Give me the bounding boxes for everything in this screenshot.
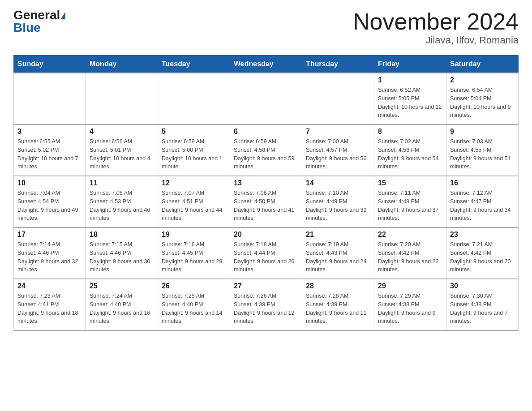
calendar-cell: 27Sunrise: 7:26 AMSunset: 4:39 PMDayligh… [230, 279, 302, 330]
logo-blue-text: Blue [13, 21, 41, 34]
day-number: 14 [306, 179, 370, 187]
calendar-cell: 26Sunrise: 7:25 AMSunset: 4:40 PMDayligh… [158, 279, 230, 330]
calendar-cell: 5Sunrise: 6:58 AMSunset: 5:00 PMDaylight… [158, 124, 230, 176]
day-number: 27 [234, 282, 298, 290]
day-header-sunday: Sunday [14, 56, 86, 73]
calendar-cell: 16Sunrise: 7:12 AMSunset: 4:47 PMDayligh… [446, 176, 519, 227]
day-number: 16 [450, 179, 515, 187]
calendar-cell: 7Sunrise: 7:00 AMSunset: 4:57 PMDaylight… [302, 124, 374, 176]
day-number: 8 [378, 128, 442, 136]
day-header-monday: Monday [86, 56, 158, 73]
calendar-cell: 3Sunrise: 6:55 AMSunset: 5:02 PMDaylight… [14, 124, 86, 176]
week-row-1: 1Sunrise: 6:52 AMSunset: 5:05 PMDaylight… [14, 73, 519, 124]
day-info: Sunrise: 7:26 AMSunset: 4:39 PMDaylight:… [234, 292, 298, 325]
calendar-cell: 19Sunrise: 7:16 AMSunset: 4:45 PMDayligh… [158, 227, 230, 279]
day-number: 6 [234, 128, 298, 136]
calendar-cell: 9Sunrise: 7:03 AMSunset: 4:55 PMDaylight… [446, 124, 519, 176]
day-header-friday: Friday [374, 56, 446, 73]
day-number: 18 [90, 231, 154, 239]
calendar-cell: 20Sunrise: 7:18 AMSunset: 4:44 PMDayligh… [230, 227, 302, 279]
calendar-cell: 6Sunrise: 6:59 AMSunset: 4:58 PMDaylight… [230, 124, 302, 176]
day-number: 23 [450, 231, 515, 239]
day-info: Sunrise: 7:30 AMSunset: 4:38 PMDaylight:… [450, 292, 515, 325]
calendar-subtitle: Jilava, Ilfov, Romania [353, 34, 519, 46]
calendar-cell: 28Sunrise: 7:28 AMSunset: 4:39 PMDayligh… [302, 279, 374, 330]
day-info: Sunrise: 6:55 AMSunset: 5:02 PMDaylight:… [17, 137, 82, 171]
day-number: 7 [306, 128, 370, 136]
calendar-cell: 10Sunrise: 7:04 AMSunset: 4:54 PMDayligh… [14, 176, 86, 227]
day-info: Sunrise: 7:04 AMSunset: 4:54 PMDaylight:… [17, 189, 82, 223]
day-number: 26 [162, 282, 226, 290]
day-info: Sunrise: 7:16 AMSunset: 4:45 PMDaylight:… [162, 240, 226, 274]
day-header-wednesday: Wednesday [230, 56, 302, 73]
title-block: November 2024 Jilava, Ilfov, Romania [353, 9, 519, 46]
day-info: Sunrise: 6:52 AMSunset: 5:05 PMDaylight:… [378, 86, 442, 120]
day-info: Sunrise: 6:59 AMSunset: 4:58 PMDaylight:… [234, 137, 298, 171]
day-info: Sunrise: 7:29 AMSunset: 4:38 PMDaylight:… [378, 292, 442, 325]
calendar-cell: 18Sunrise: 7:15 AMSunset: 4:46 PMDayligh… [86, 227, 158, 279]
calendar-cell: 23Sunrise: 7:21 AMSunset: 4:42 PMDayligh… [446, 227, 519, 279]
calendar-cell: 29Sunrise: 7:29 AMSunset: 4:38 PMDayligh… [374, 279, 446, 330]
calendar-cell [302, 73, 374, 124]
week-row-5: 24Sunrise: 7:23 AMSunset: 4:41 PMDayligh… [14, 279, 519, 330]
calendar-cell: 11Sunrise: 7:06 AMSunset: 4:53 PMDayligh… [86, 176, 158, 227]
day-info: Sunrise: 7:25 AMSunset: 4:40 PMDaylight:… [162, 292, 226, 325]
calendar-cell [86, 73, 158, 124]
day-info: Sunrise: 7:15 AMSunset: 4:46 PMDaylight:… [90, 240, 154, 274]
day-info: Sunrise: 7:21 AMSunset: 4:42 PMDaylight:… [450, 240, 515, 274]
day-number: 13 [234, 179, 298, 187]
calendar-cell: 25Sunrise: 7:24 AMSunset: 4:40 PMDayligh… [86, 279, 158, 330]
calendar-cell: 21Sunrise: 7:19 AMSunset: 4:43 PMDayligh… [302, 227, 374, 279]
calendar-cell: 24Sunrise: 7:23 AMSunset: 4:41 PMDayligh… [14, 279, 86, 330]
calendar-cell: 22Sunrise: 7:20 AMSunset: 4:42 PMDayligh… [374, 227, 446, 279]
week-row-3: 10Sunrise: 7:04 AMSunset: 4:54 PMDayligh… [14, 176, 519, 227]
calendar-cell [14, 73, 86, 124]
day-number: 30 [450, 282, 515, 290]
calendar-cell [158, 73, 230, 124]
calendar-header-row: SundayMondayTuesdayWednesdayThursdayFrid… [14, 56, 519, 73]
day-info: Sunrise: 7:24 AMSunset: 4:40 PMDaylight:… [90, 292, 154, 325]
day-number: 4 [90, 128, 154, 136]
day-number: 3 [17, 128, 82, 136]
day-number: 15 [378, 179, 442, 187]
day-info: Sunrise: 7:10 AMSunset: 4:49 PMDaylight:… [306, 189, 370, 223]
logo-triangle-icon [61, 12, 65, 19]
logo-general-text: General [13, 9, 60, 21]
calendar-cell: 17Sunrise: 7:14 AMSunset: 4:46 PMDayligh… [14, 227, 86, 279]
day-number: 9 [450, 128, 515, 136]
day-number: 29 [378, 282, 442, 290]
day-info: Sunrise: 7:20 AMSunset: 4:42 PMDaylight:… [378, 240, 442, 274]
calendar-title: November 2024 [353, 9, 519, 34]
calendar-cell: 30Sunrise: 7:30 AMSunset: 4:38 PMDayligh… [446, 279, 519, 330]
day-header-tuesday: Tuesday [158, 56, 230, 73]
day-info: Sunrise: 7:08 AMSunset: 4:50 PMDaylight:… [234, 189, 298, 223]
week-row-2: 3Sunrise: 6:55 AMSunset: 5:02 PMDaylight… [14, 124, 519, 176]
day-info: Sunrise: 7:23 AMSunset: 4:41 PMDaylight:… [17, 292, 82, 325]
page-header: General Blue November 2024 Jilava, Ilfov… [13, 9, 519, 46]
day-info: Sunrise: 7:28 AMSunset: 4:39 PMDaylight:… [306, 292, 370, 325]
calendar-table: SundayMondayTuesdayWednesdayThursdayFrid… [13, 55, 519, 331]
calendar-cell: 14Sunrise: 7:10 AMSunset: 4:49 PMDayligh… [302, 176, 374, 227]
calendar-cell: 4Sunrise: 6:56 AMSunset: 5:01 PMDaylight… [86, 124, 158, 176]
day-info: Sunrise: 7:19 AMSunset: 4:43 PMDaylight:… [306, 240, 370, 274]
day-info: Sunrise: 7:14 AMSunset: 4:46 PMDaylight:… [17, 240, 82, 274]
day-info: Sunrise: 7:03 AMSunset: 4:55 PMDaylight:… [450, 137, 515, 171]
calendar-cell: 2Sunrise: 6:54 AMSunset: 5:04 PMDaylight… [446, 73, 519, 124]
day-number: 20 [234, 231, 298, 239]
calendar-cell: 1Sunrise: 6:52 AMSunset: 5:05 PMDaylight… [374, 73, 446, 124]
day-info: Sunrise: 7:18 AMSunset: 4:44 PMDaylight:… [234, 240, 298, 274]
day-number: 24 [17, 282, 82, 290]
day-info: Sunrise: 6:54 AMSunset: 5:04 PMDaylight:… [450, 86, 515, 120]
day-info: Sunrise: 6:56 AMSunset: 5:01 PMDaylight:… [90, 137, 154, 171]
calendar-cell: 12Sunrise: 7:07 AMSunset: 4:51 PMDayligh… [158, 176, 230, 227]
day-info: Sunrise: 7:11 AMSunset: 4:48 PMDaylight:… [378, 189, 442, 223]
calendar-cell [230, 73, 302, 124]
logo: General Blue [13, 9, 65, 34]
week-row-4: 17Sunrise: 7:14 AMSunset: 4:46 PMDayligh… [14, 227, 519, 279]
day-info: Sunrise: 7:06 AMSunset: 4:53 PMDaylight:… [90, 189, 154, 223]
day-number: 10 [17, 179, 82, 187]
day-number: 19 [162, 231, 226, 239]
day-number: 11 [90, 179, 154, 187]
day-number: 21 [306, 231, 370, 239]
day-info: Sunrise: 7:00 AMSunset: 4:57 PMDaylight:… [306, 137, 370, 171]
